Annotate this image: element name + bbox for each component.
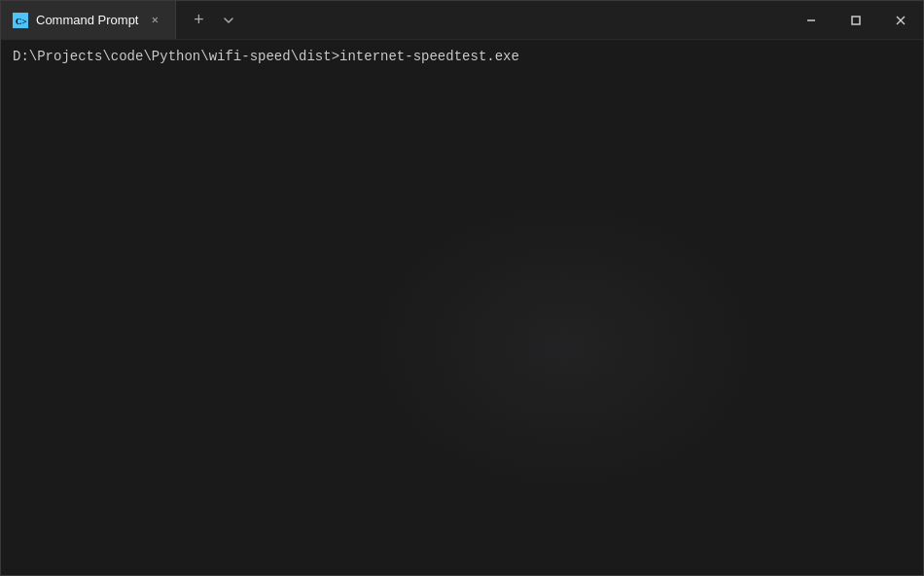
tab-dropdown-button[interactable] [217,6,240,35]
tab-label: Command Prompt [36,13,138,27]
maximize-button[interactable] [834,1,878,39]
new-tab-button[interactable]: + [184,6,213,35]
terminal-prompt-line: D:\Projects\code\Python\wifi-speed\dist>… [13,48,911,67]
titlebar-actions: + [176,1,248,39]
close-button[interactable] [878,1,923,39]
window-controls [789,1,923,39]
svg-rect-3 [852,17,860,24]
svg-text:C>: C> [16,17,27,26]
window: C> Command Prompt ✕ + [0,0,924,576]
active-tab[interactable]: C> Command Prompt ✕ [1,1,176,39]
tab-app-icon: C> [13,13,28,28]
minimize-button[interactable] [789,1,834,39]
tab-close-button[interactable]: ✕ [146,12,163,29]
terminal-body[interactable]: D:\Projects\code\Python\wifi-speed\dist>… [1,40,923,575]
tab-area: C> Command Prompt ✕ + [1,1,789,39]
titlebar: C> Command Prompt ✕ + [1,1,923,40]
